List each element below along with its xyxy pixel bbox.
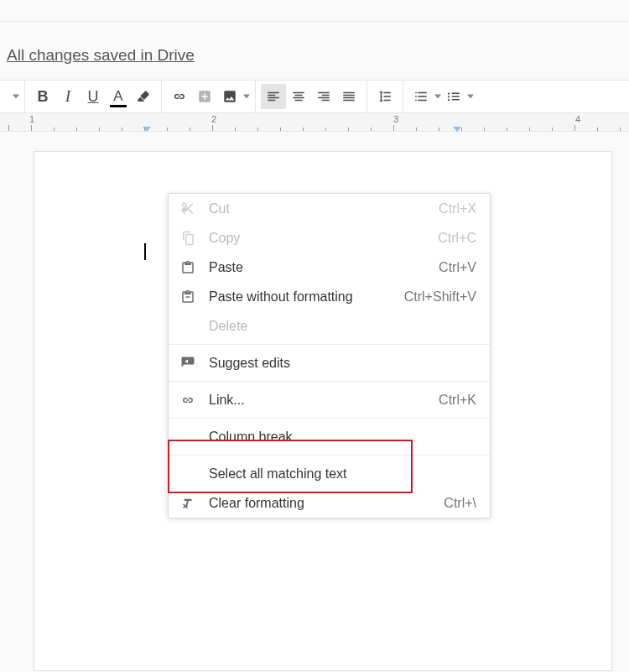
menu-cut-label: Cut (209, 201, 439, 216)
menu-select-matching[interactable]: Select all matching text (169, 459, 490, 488)
ruler-tick (280, 128, 281, 131)
menu-cut-shortcut: Ctrl+X (439, 201, 476, 216)
ruler-tick (597, 128, 598, 131)
numbered-list-icon (413, 89, 429, 104)
link-icon (179, 391, 197, 409)
clear-format-icon (179, 494, 197, 513)
align-center-button[interactable] (286, 84, 311, 109)
menu-paste[interactable]: Paste Ctrl+V (169, 253, 490, 282)
save-status-link[interactable]: All changes saved in Drive (7, 46, 195, 65)
ruler-tick (507, 128, 507, 131)
menu-separator (169, 381, 490, 382)
line-spacing-icon (377, 89, 392, 104)
more-styles-dropdown[interactable] (12, 84, 19, 109)
ruler-tick (76, 128, 77, 131)
menu-link-shortcut: Ctrl+K (439, 393, 476, 408)
menu-clear-formatting[interactable]: Clear formatting Ctrl+\ (169, 488, 490, 518)
bulleted-list-icon (446, 89, 461, 104)
ruler-tick (257, 128, 258, 131)
menu-suggest-edits[interactable]: Suggest edits (169, 348, 490, 378)
menu-copy[interactable]: Copy Ctrl+C (169, 223, 490, 253)
menu-delete[interactable]: Delete (169, 311, 490, 341)
align-center-icon (291, 89, 306, 104)
ruler-tick (190, 128, 190, 131)
menu-copy-shortcut: Ctrl+C (438, 231, 476, 246)
ruler-tick (144, 128, 145, 131)
blank-icon (179, 465, 197, 483)
ruler-tick (167, 128, 168, 131)
ruler-num-3: 3 (393, 114, 398, 124)
numbered-list-button[interactable] (408, 84, 434, 109)
image-dropdown[interactable] (242, 84, 250, 109)
menu-selmatch-label: Select all matching text (209, 466, 476, 482)
align-right-icon (316, 89, 331, 104)
menu-link-label: Link... (209, 393, 439, 408)
menu-paste-shortcut: Ctrl+V (439, 260, 476, 275)
bulleted-list-button[interactable] (441, 84, 466, 109)
ruler-tick (325, 128, 326, 131)
top-border (0, 21, 629, 22)
ruler-tick (574, 125, 575, 131)
toolbar: B I U A (0, 80, 629, 113)
italic-button[interactable]: I (55, 84, 81, 109)
menu-pastewo-shortcut: Ctrl+Shift+V (404, 289, 476, 305)
menu-delete-label: Delete (209, 319, 476, 334)
ruler-tick (484, 128, 485, 131)
ruler-tick (212, 125, 213, 131)
menu-pastewo-label: Paste without formatting (209, 289, 404, 305)
comment-icon (197, 89, 212, 104)
cut-icon (179, 200, 197, 218)
bulleted-list-dropdown[interactable] (466, 84, 474, 109)
ruler-num-1: 1 (29, 114, 34, 124)
menu-suggest-label: Suggest edits (209, 356, 476, 371)
italic-icon: I (65, 87, 70, 106)
ruler-tick (439, 128, 439, 131)
blank-icon (179, 428, 197, 446)
menu-separator (169, 455, 490, 456)
menu-cut[interactable]: Cut Ctrl+X (169, 194, 490, 223)
bold-icon: B (38, 88, 49, 106)
underline-button[interactable]: U (81, 84, 106, 109)
ruler-tick (235, 128, 236, 131)
insert-image-button[interactable] (217, 84, 242, 109)
menu-copy-label: Copy (209, 231, 438, 246)
insert-comment-button[interactable] (192, 84, 217, 109)
ruler-tick (529, 128, 530, 131)
ruler-num-2: 2 (211, 114, 216, 124)
menu-clearfmt-label: Clear formatting (209, 496, 444, 511)
ruler-tick (416, 128, 417, 131)
ruler-tick (54, 128, 55, 131)
text-cursor (144, 243, 146, 260)
menu-clearfmt-shortcut: Ctrl+\ (444, 496, 476, 511)
insert-link-button[interactable] (167, 84, 192, 109)
link-icon (172, 89, 187, 104)
align-left-button[interactable] (261, 84, 286, 109)
ruler-tick (393, 125, 394, 131)
menu-paste-label: Paste (209, 260, 439, 275)
context-menu: Cut Ctrl+X Copy Ctrl+C Paste Ctrl+V Past… (168, 193, 491, 518)
ruler-tick (348, 128, 349, 131)
align-justify-icon (341, 89, 356, 104)
align-left-icon (266, 89, 281, 104)
align-right-button[interactable] (311, 84, 336, 109)
right-indent-marker[interactable] (453, 123, 461, 128)
ruler-num-4: 4 (575, 114, 580, 124)
ruler: 1 2 3 4 (0, 113, 629, 132)
ruler-tick (122, 128, 122, 131)
menu-column-break[interactable]: Column break (169, 422, 490, 451)
menu-paste-without-formatting[interactable]: Paste without formatting Ctrl+Shift+V (169, 282, 490, 311)
menu-colbreak-label: Column break (209, 430, 476, 445)
ruler-tick (461, 128, 462, 131)
numbered-list-dropdown[interactable] (434, 84, 441, 109)
menu-separator (169, 418, 490, 419)
text-color-button[interactable]: A (106, 84, 131, 109)
suggest-icon (179, 354, 197, 372)
highlight-button[interactable] (131, 84, 156, 109)
bold-button[interactable]: B (30, 84, 55, 109)
copy-icon (179, 229, 197, 247)
image-icon (222, 89, 237, 104)
line-spacing-button[interactable] (372, 84, 398, 109)
align-justify-button[interactable] (336, 84, 361, 109)
ruler-tick (620, 128, 621, 131)
menu-link[interactable]: Link... Ctrl+K (169, 385, 490, 414)
